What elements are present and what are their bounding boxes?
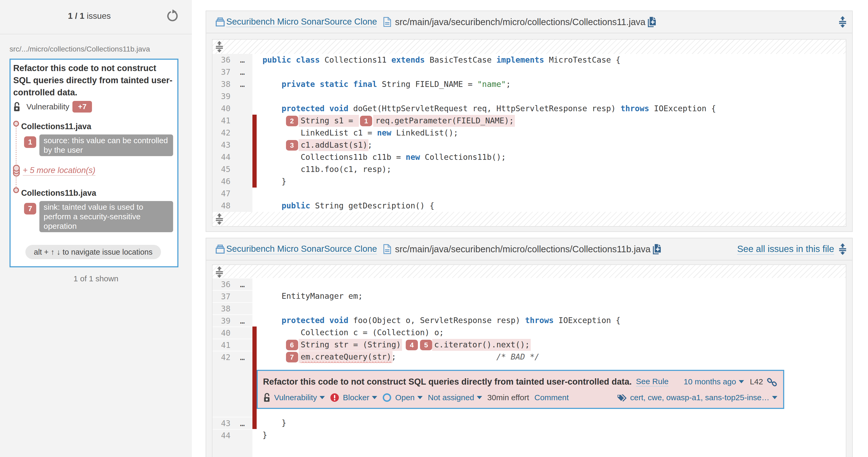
line-gutter[interactable]: 39 — [213, 90, 252, 102]
scm-info-ellipsis[interactable] — [230, 175, 240, 188]
more-locations-link[interactable]: + 5 more location(s) — [23, 166, 95, 176]
expand-lines-above[interactable] — [213, 265, 846, 278]
expand-panel-button[interactable] — [839, 243, 846, 255]
issue-tags-dropdown[interactable]: cert, cwe, owasp-a1, sans-top25-inse… — [616, 393, 777, 402]
expand-lines-above[interactable] — [213, 40, 846, 54]
line-number[interactable]: 47 — [213, 188, 230, 200]
scm-info-ellipsis[interactable] — [230, 90, 240, 102]
line-gutter[interactable]: 48 — [213, 200, 252, 212]
line-gutter[interactable]: 42 — [213, 127, 252, 139]
issue-assignee-label[interactable]: Not assigned — [428, 393, 474, 402]
line-gutter[interactable]: 40 — [213, 327, 252, 339]
scm-info-ellipsis[interactable] — [230, 127, 240, 139]
issue-status-label[interactable]: Open — [395, 393, 414, 402]
location-message-1[interactable]: source: this value can be controlled by … — [39, 134, 173, 156]
scm-info-ellipsis[interactable] — [230, 163, 240, 175]
scm-info-ellipsis[interactable] — [230, 291, 240, 302]
line-gutter[interactable]: 40 — [213, 102, 252, 115]
scm-info-ellipsis[interactable]: … — [230, 417, 245, 429]
line-number[interactable]: 39 — [213, 90, 230, 102]
scm-info-ellipsis[interactable] — [230, 151, 240, 163]
line-gutter[interactable]: 44 — [213, 151, 252, 163]
location-badge-3[interactable]: 3 — [286, 140, 298, 151]
scm-info-ellipsis[interactable] — [230, 115, 240, 127]
line-gutter[interactable]: 36… — [213, 54, 252, 66]
line-gutter[interactable]: 42… — [213, 351, 252, 363]
line-number[interactable]: 41 — [213, 339, 230, 351]
line-number[interactable]: 46 — [213, 175, 230, 188]
scm-info-ellipsis[interactable] — [230, 188, 240, 200]
location-badge-6[interactable]: 6 — [286, 340, 298, 350]
permalink-button[interactable] — [767, 377, 777, 386]
location-index-badge-7[interactable]: 7 — [24, 203, 36, 215]
copy-path-button[interactable] — [653, 244, 661, 254]
line-number[interactable]: 45 — [213, 163, 230, 175]
project-link[interactable]: Securibench Micro SonarSource Clone — [226, 17, 377, 27]
issue-location-highlight[interactable]: String str = (String) — [299, 339, 402, 351]
issue-title[interactable]: Refactor this code to not construct SQL … — [13, 62, 173, 99]
issue-type-dropdown[interactable]: Vulnerability — [263, 393, 325, 402]
location-message-7[interactable]: sink: tainted value is used to perform a… — [39, 201, 173, 232]
location-row-1[interactable]: 1 source: this value can be controlled b… — [24, 134, 173, 156]
location-row-7[interactable]: 7 sink: tainted value is used to perform… — [24, 201, 173, 232]
scm-info-ellipsis[interactable] — [230, 339, 240, 351]
scm-info-ellipsis[interactable] — [230, 429, 240, 441]
scm-info-ellipsis[interactable] — [230, 200, 240, 212]
reload-button[interactable] — [166, 9, 179, 22]
line-number[interactable]: 37 — [213, 66, 230, 78]
expand-panel-button[interactable] — [839, 16, 846, 28]
line-number[interactable]: 43 — [213, 139, 230, 151]
scm-info-ellipsis[interactable] — [230, 139, 240, 151]
inline-issue-box[interactable]: Refactor this code to not construct SQL … — [257, 370, 784, 409]
scm-info-ellipsis[interactable] — [230, 327, 240, 339]
scm-info-ellipsis[interactable]: … — [230, 78, 245, 90]
scm-info-ellipsis[interactable]: … — [230, 315, 245, 327]
line-gutter[interactable]: 38 — [213, 302, 252, 314]
line-gutter[interactable]: 41 — [213, 115, 252, 127]
issue-location-highlight-underlined[interactable]: em.createQuery(str) — [299, 351, 393, 363]
issue-location-highlight[interactable]: c.iterator().next(); — [432, 339, 531, 351]
line-gutter[interactable]: 36… — [213, 278, 252, 290]
location-index-badge-1[interactable]: 1 — [24, 136, 36, 148]
line-number[interactable]: 48 — [213, 200, 230, 212]
line-gutter[interactable]: 46 — [213, 175, 252, 188]
project-link[interactable]: Securibench Micro SonarSource Clone — [226, 244, 377, 254]
line-gutter[interactable]: 44 — [213, 429, 252, 441]
see-rule-link[interactable]: See Rule — [636, 377, 669, 387]
line-number[interactable]: 40 — [213, 102, 230, 115]
comment-link[interactable]: Comment — [534, 393, 569, 402]
line-number[interactable]: 38 — [213, 303, 230, 314]
line-gutter[interactable]: 47 — [213, 188, 252, 200]
line-gutter[interactable]: 45 — [213, 163, 252, 175]
issue-severity-label[interactable]: Blocker — [343, 393, 369, 402]
location-badge-5[interactable]: 5 — [420, 340, 432, 350]
issue-tags-label[interactable]: cert, cwe, owasp-a1, sans-top25-inse… — [630, 393, 769, 402]
line-number[interactable]: 39 — [213, 315, 230, 327]
issue-status-dropdown[interactable]: Open — [382, 393, 422, 402]
issue-location-highlight[interactable]: req.getParameter(FIELD_NAME); — [373, 115, 515, 127]
line-gutter[interactable]: 37 — [213, 290, 252, 302]
issue-location-highlight[interactable]: String s1 = — [299, 115, 359, 127]
line-number[interactable]: 36 — [213, 279, 230, 290]
issue-assignee-dropdown[interactable]: Not assigned — [428, 393, 482, 402]
scm-info-ellipsis[interactable] — [230, 102, 240, 115]
scm-info-ellipsis[interactable]: … — [230, 54, 245, 66]
line-number[interactable]: 43 — [213, 417, 230, 429]
issue-type-label[interactable]: Vulnerability — [274, 393, 317, 402]
expand-lines-below[interactable] — [213, 212, 846, 226]
see-all-issues-link[interactable]: See all issues in this file — [737, 244, 834, 255]
line-number[interactable]: 41 — [213, 115, 230, 127]
issue-card-selected[interactable]: Refactor this code to not construct SQL … — [9, 59, 178, 267]
line-number[interactable]: 36 — [213, 54, 230, 66]
location-badge-2[interactable]: 2 — [286, 116, 298, 126]
location-badge-1[interactable]: 1 — [360, 116, 372, 126]
line-gutter[interactable]: 37… — [213, 66, 252, 78]
line-number[interactable]: 44 — [213, 151, 230, 163]
line-number[interactable]: 40 — [213, 327, 230, 339]
scm-info-ellipsis[interactable]: … — [230, 351, 245, 363]
line-gutter[interactable]: 38… — [213, 78, 252, 90]
scm-info-ellipsis[interactable] — [230, 303, 240, 314]
scm-info-ellipsis[interactable]: … — [230, 279, 245, 290]
line-number[interactable]: 42 — [213, 351, 230, 363]
line-gutter[interactable]: 43… — [213, 417, 252, 429]
